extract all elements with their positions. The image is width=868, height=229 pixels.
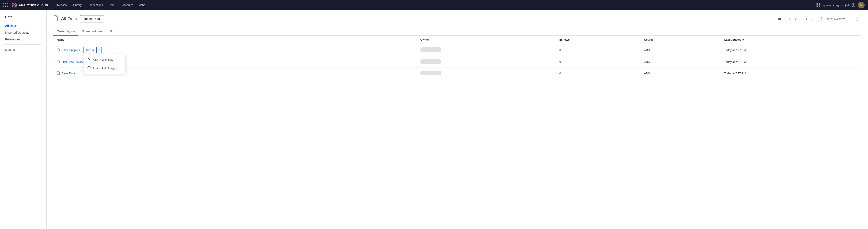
- use-in-button[interactable]: Use in ▾: [83, 47, 102, 53]
- svg-point-3: [13, 5, 14, 6]
- nav-jobs[interactable]: Jobs: [137, 2, 148, 8]
- apps-grid-icon[interactable]: [3, 3, 8, 7]
- sidebar-divider: [5, 44, 41, 45]
- sidebar-item-imported-datasets[interactable]: Imported Datasets: [0, 29, 46, 36]
- app-name: ANALYTICS CLOUD: [19, 4, 48, 7]
- topnav-right-section: ayx-autoinsights ? U: [816, 2, 865, 8]
- col-owner: Owner: [417, 36, 556, 44]
- chevron-down-icon: ▾: [96, 47, 101, 53]
- row-owner-cell: [417, 68, 556, 79]
- use-in-wrapper: Use in ▾: [83, 47, 102, 53]
- first-page-button[interactable]: ⏮: [777, 16, 782, 21]
- col-source: Source: [641, 36, 721, 44]
- sort-icon: ∨: [742, 38, 744, 41]
- tab-all[interactable]: All: [106, 28, 116, 36]
- svg-rect-8: [818, 5, 820, 7]
- owner-pill: [420, 71, 441, 75]
- row-file-icon: [57, 48, 60, 52]
- nav-links: Overview Library Connections Data Schedu…: [53, 2, 815, 8]
- table-row: Fuel Price History 0 ADS Today at 7:27 P…: [53, 56, 861, 68]
- row-name-text: Office Supplies: [61, 48, 80, 52]
- col-lastupdated[interactable]: Last updated ∨: [721, 36, 861, 44]
- tab-shared-with-me[interactable]: Shared with me: [79, 28, 106, 36]
- help-button[interactable]: ?: [851, 3, 855, 7]
- user-avatar[interactable]: U: [858, 2, 865, 8]
- sidebar: Data All Data Imported Datasets Referenc…: [0, 10, 46, 229]
- row-source-cell: ADS: [641, 56, 721, 68]
- row-name-text: Sales Data: [61, 72, 75, 75]
- dropdown-item-workflow-label: Use in Workflow: [93, 58, 113, 61]
- row-inflows-cell: 0: [556, 68, 641, 79]
- row-updated-cell: Today at 7:27 PM: [721, 68, 861, 79]
- last-page-button[interactable]: ⏭: [809, 16, 815, 21]
- top-navigation: ANALYTICS CLOUD Overview Library Connect…: [0, 0, 868, 10]
- search-icon: [820, 17, 824, 21]
- svg-point-4: [15, 5, 16, 6]
- sidebar-title: Data: [0, 15, 46, 23]
- row-updated-cell: Today at 7:27 PM: [721, 44, 861, 56]
- dropdown-item-insights-label: Use in Auto Insights: [93, 67, 118, 70]
- page-1[interactable]: 1: [788, 17, 793, 21]
- filter-tabs: Owned by me Shared with me All: [53, 28, 861, 36]
- col-name: Name: [53, 36, 417, 44]
- search-box: /: [818, 16, 861, 22]
- nav-library[interactable]: Library: [70, 2, 84, 8]
- svg-rect-7: [816, 5, 818, 7]
- svg-text:?: ?: [853, 4, 854, 6]
- workflow-icon: [87, 58, 91, 62]
- page-header: All Data Import Data ⏮ ‹ 1 2 3 › ⏭: [53, 15, 861, 23]
- nav-schedules[interactable]: Schedules: [118, 2, 136, 8]
- avatar-initials: U: [860, 4, 862, 6]
- use-in-dropdown-menu: Use in Workflow: [83, 54, 126, 74]
- nav-connections[interactable]: Connections: [85, 2, 105, 8]
- table-header-row: Name Owner In flows Source Last updated …: [53, 36, 861, 44]
- row-owner-cell: [417, 56, 556, 68]
- nav-overview[interactable]: Overview: [53, 2, 70, 8]
- page-icon: [53, 15, 59, 23]
- dropdown-item-workflow[interactable]: Use in Workflow: [84, 56, 125, 64]
- svg-marker-12: [88, 58, 90, 60]
- row-file-icon: [57, 71, 60, 75]
- owner-pill: [420, 59, 441, 64]
- tab-owned-by-me[interactable]: Owned by me: [53, 28, 79, 36]
- main-content: All Data Import Data ⏮ ‹ 1 2 3 › ⏭: [46, 10, 868, 229]
- row-name-cell: Office Supplies Use in ▾: [53, 44, 417, 56]
- row-inflows-cell: 0: [556, 56, 641, 68]
- page-3[interactable]: 3: [799, 17, 804, 21]
- username-display: ayx-autoinsights: [823, 4, 843, 7]
- row-inflows-cell: 0: [556, 44, 641, 56]
- search-shortcut: /: [856, 17, 859, 21]
- svg-point-2: [14, 4, 15, 5]
- search-input[interactable]: [825, 18, 855, 21]
- row-owner-cell: [417, 44, 556, 56]
- use-in-label: Use in: [84, 47, 96, 53]
- insights-icon: [87, 66, 91, 70]
- table-row: Office Supplies Use in ▾: [53, 44, 861, 56]
- apps-button[interactable]: [816, 3, 820, 7]
- page-2[interactable]: 2: [794, 17, 798, 21]
- row-file-icon: [57, 60, 60, 64]
- svg-point-15: [89, 67, 89, 68]
- sidebar-item-references[interactable]: References: [0, 36, 46, 43]
- sidebar-item-macros[interactable]: Macros: [0, 46, 46, 53]
- pagination-search-area: ⏮ ‹ 1 2 3 › ⏭ /: [777, 16, 861, 22]
- row-link-office-supplies[interactable]: Office Supplies: [57, 48, 80, 52]
- page-title-area: All Data Import Data: [53, 15, 104, 23]
- chat-button[interactable]: [845, 3, 849, 7]
- table-row: Sales Data 0 ADS Today at 7:27 PM: [53, 68, 861, 79]
- svg-rect-5: [816, 3, 818, 5]
- col-inflows: In flows: [556, 36, 641, 44]
- import-data-button[interactable]: Import Data: [80, 15, 104, 23]
- nav-data[interactable]: Data: [106, 2, 117, 8]
- app-logo: ANALYTICS CLOUD: [11, 2, 48, 8]
- app-layout: Data All Data Imported Datasets Referenc…: [0, 10, 868, 229]
- row-source-cell: ADS: [641, 68, 721, 79]
- prev-page-button[interactable]: ‹: [783, 16, 787, 21]
- logo-icon: [11, 2, 17, 8]
- username-text: ayx-autoinsights: [823, 4, 843, 7]
- row-name-text: Fuel Price History: [61, 60, 83, 64]
- dropdown-item-insights[interactable]: Use in Auto Insights: [84, 64, 125, 72]
- row-source-cell: ADS: [641, 44, 721, 56]
- sidebar-item-all-data[interactable]: All Data: [0, 23, 46, 29]
- next-page-button[interactable]: ›: [805, 16, 808, 21]
